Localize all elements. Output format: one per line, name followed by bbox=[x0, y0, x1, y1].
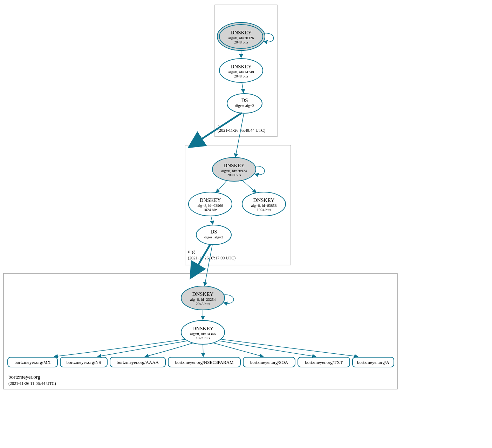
zone-domain-date: (2021-11-26 11:06:44 UTC) bbox=[8, 381, 56, 386]
svg-text:2048 bits: 2048 bits bbox=[234, 40, 248, 44]
record-soa: bortzmeyer.org/SOA bbox=[243, 357, 295, 367]
svg-text:DNSKEY: DNSKEY bbox=[231, 64, 252, 69]
svg-text:DS: DS bbox=[210, 229, 217, 235]
svg-text:2048 bits: 2048 bits bbox=[227, 173, 241, 177]
svg-text:bortzmeyer.org/NSEC3PARAM: bortzmeyer.org/NSEC3PARAM bbox=[175, 360, 234, 365]
svg-text:1024 bits: 1024 bits bbox=[196, 336, 210, 340]
zone-org-date: (2021-11-26 07:17:09 UTC) bbox=[188, 256, 235, 260]
svg-text:1024 bits: 1024 bits bbox=[203, 208, 218, 212]
svg-text:bortzmeyer.org/A: bortzmeyer.org/A bbox=[357, 360, 389, 365]
svg-text:DNSKEY: DNSKEY bbox=[192, 326, 214, 331]
svg-text:DNSKEY: DNSKEY bbox=[192, 291, 214, 297]
svg-text:DS: DS bbox=[241, 97, 248, 103]
domain-ksk: DNSKEY alg=8, id=23254 2048 bits bbox=[181, 286, 225, 310]
zone-root-date: (2021-11-26 05:49:44 UTC) bbox=[218, 128, 265, 133]
root-zsk: DNSKEY alg=8, id=14748 2048 bits bbox=[219, 59, 263, 82]
record-a: bortzmeyer.org/A bbox=[353, 357, 394, 367]
zone-domain-name: bortzmeyer.org bbox=[8, 374, 40, 380]
svg-text:bortzmeyer.org/NS: bortzmeyer.org/NS bbox=[66, 360, 101, 365]
root-ksk: DNSKEY alg=8, id=20326 2048 bits bbox=[217, 22, 265, 50]
svg-text:1024 bits: 1024 bits bbox=[257, 208, 271, 212]
record-aaaa: bortzmeyer.org/AAAA bbox=[110, 357, 165, 367]
record-nsec3param: bortzmeyer.org/NSEC3PARAM bbox=[168, 357, 240, 367]
zone-root: . (2021-11-26 05:49:44 UTC) DNSKEY alg=8… bbox=[215, 5, 277, 137]
svg-text:alg=8, id=26974: alg=8, id=26974 bbox=[221, 169, 247, 173]
svg-text:alg=8, id=63858: alg=8, id=63858 bbox=[251, 203, 277, 208]
svg-text:DNSKEY: DNSKEY bbox=[231, 30, 252, 35]
svg-text:DNSKEY: DNSKEY bbox=[200, 197, 221, 203]
svg-text:alg=8, id=14748: alg=8, id=14748 bbox=[228, 70, 254, 74]
record-txt: bortzmeyer.org/TXT bbox=[298, 357, 350, 367]
svg-text:bortzmeyer.org/TXT: bortzmeyer.org/TXT bbox=[305, 360, 343, 365]
svg-text:bortzmeyer.org/SOA: bortzmeyer.org/SOA bbox=[250, 360, 288, 365]
org-ds: DS digest alg=2 bbox=[196, 225, 231, 245]
dnssec-diagram: . (2021-11-26 05:49:44 UTC) DNSKEY alg=8… bbox=[0, 0, 492, 448]
svg-text:alg=8, id=20326: alg=8, id=20326 bbox=[228, 36, 254, 40]
svg-text:bortzmeyer.org/MX: bortzmeyer.org/MX bbox=[14, 360, 51, 365]
svg-text:bortzmeyer.org/AAAA: bortzmeyer.org/AAAA bbox=[117, 360, 159, 365]
org-zsk2: DNSKEY alg=8, id=63858 1024 bits bbox=[242, 192, 286, 216]
zone-domain: bortzmeyer.org (2021-11-26 11:06:44 UTC)… bbox=[4, 273, 397, 389]
zone-org-name: org bbox=[188, 249, 195, 254]
svg-text:DNSKEY: DNSKEY bbox=[253, 197, 275, 203]
root-ds: DS digest alg=2 bbox=[227, 94, 262, 113]
org-zsk1: DNSKEY alg=8, id=63966 1024 bits bbox=[189, 192, 232, 216]
svg-text:2048 bits: 2048 bits bbox=[234, 74, 248, 78]
org-ksk: DNSKEY alg=8, id=26974 2048 bits bbox=[212, 157, 256, 181]
record-mx: bortzmeyer.org/MX bbox=[8, 357, 57, 367]
zone-root-name: . bbox=[218, 121, 219, 127]
svg-text:alg=8, id=14346: alg=8, id=14346 bbox=[190, 332, 216, 336]
svg-text:digest alg=2: digest alg=2 bbox=[204, 235, 223, 239]
svg-text:DNSKEY: DNSKEY bbox=[224, 163, 245, 168]
svg-text:digest alg=2: digest alg=2 bbox=[235, 103, 254, 108]
svg-text:alg=8, id=23254: alg=8, id=23254 bbox=[190, 297, 216, 301]
svg-text:2048 bits: 2048 bits bbox=[196, 301, 210, 306]
record-ns: bortzmeyer.org/NS bbox=[60, 357, 107, 367]
svg-text:alg=8, id=63966: alg=8, id=63966 bbox=[198, 203, 223, 208]
zone-org: org (2021-11-26 07:17:09 UTC) DNSKEY alg… bbox=[185, 145, 291, 265]
